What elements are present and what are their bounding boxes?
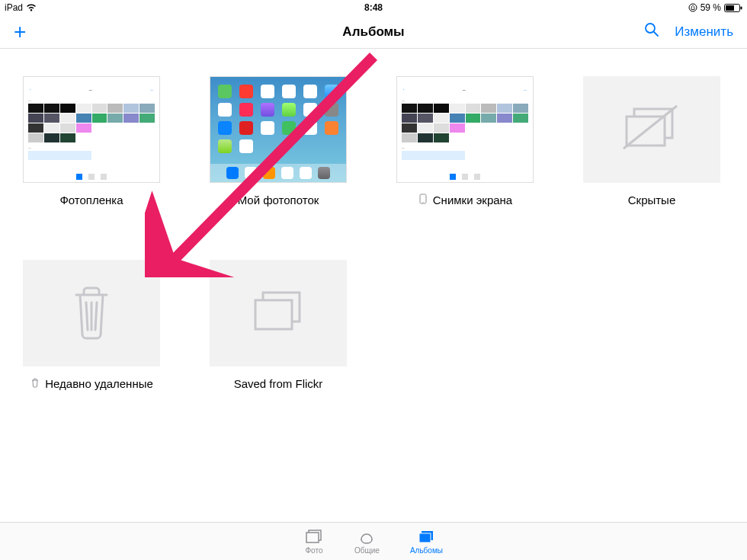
album-label: Скрытые [628,194,676,206]
tab-photos[interactable]: Фото [304,529,324,555]
album-thumbnail: ‹—— — — [23,76,160,183]
svg-rect-15 [255,300,292,329]
orientation-lock-icon [688,3,697,12]
photo-stack-icon [248,285,309,341]
svg-line-5 [654,32,658,36]
album-label: Мой фотопоток [238,194,319,206]
album-label: Снимки экрана [418,194,512,206]
search-button[interactable] [644,22,659,41]
svg-point-4 [646,24,655,33]
svg-rect-2 [726,5,734,11]
album-screenshots[interactable]: ‹—— — — Снимки экрана [396,76,534,206]
tab-albums[interactable]: Альбомы [410,529,443,555]
hidden-icon [617,101,686,158]
album-camera-roll[interactable]: ‹—— — — Фотопленка [23,76,160,206]
svg-line-13 [95,302,97,330]
tab-label: Фото [306,546,323,555]
svg-point-0 [689,4,697,11]
tab-shared[interactable]: Общие [354,529,380,555]
tab-bar: Фото Общие Альбомы [0,522,747,560]
album-thumbnail [210,260,347,366]
svg-rect-3 [741,6,742,9]
album-label: Недавно удаленные [30,377,153,390]
svg-rect-18 [306,533,319,542]
album-photo-stream[interactable]: Мой фотопоток [210,76,347,206]
tab-label: Общие [354,546,380,555]
battery-icon [724,4,742,12]
tab-label: Альбомы [410,546,443,555]
album-thumbnail: ‹—— — — [396,76,534,183]
page-title: Альбомы [342,24,404,40]
album-label: Saved from Flickr [234,377,323,390]
screenshot-icon [418,194,428,206]
add-button[interactable]: + [14,21,26,43]
device-label: iPad [5,2,23,13]
albums-grid-container: ‹—— — — Фотопленка [0,49,747,418]
edit-button[interactable]: Изменить [675,24,733,40]
svg-rect-20 [419,533,431,542]
trash-small-icon [30,377,40,390]
battery-percent: 59 % [701,2,721,13]
svg-point-7 [422,202,423,203]
navigation-bar: + Альбомы Изменить [0,15,747,49]
album-hidden[interactable]: Скрытые [583,76,720,206]
trash-icon [69,281,114,345]
status-bar: iPad 8:48 59 % [0,0,747,15]
status-time: 8:48 [364,2,383,13]
wifi-icon [26,4,37,11]
album-label: Фотопленка [59,194,123,206]
album-saved-from-flickr[interactable]: Saved from Flickr [210,260,347,390]
svg-line-11 [86,302,88,330]
album-recently-deleted[interactable]: Недавно удаленные [23,260,160,390]
album-thumbnail [583,76,720,183]
album-thumbnail [210,76,347,183]
album-thumbnail [23,260,160,366]
